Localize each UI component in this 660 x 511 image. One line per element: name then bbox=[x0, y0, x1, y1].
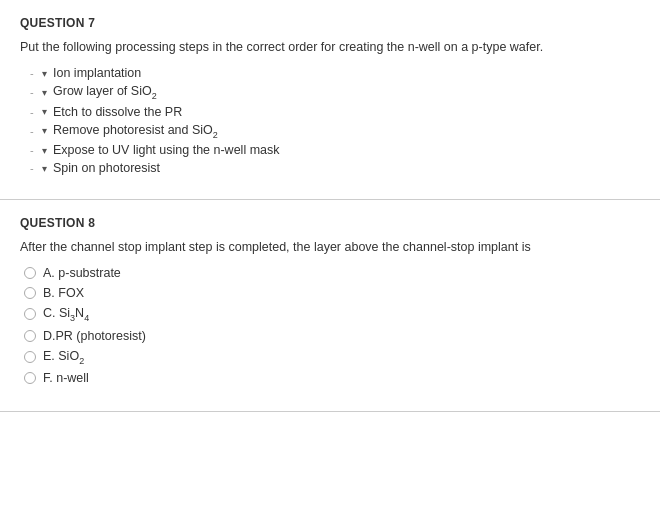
drag-arrow-icon: ▾ bbox=[42, 125, 47, 136]
dash-handle: - bbox=[30, 144, 38, 156]
radio-option-a[interactable]: A. p-substrate bbox=[24, 266, 640, 280]
radio-option-d[interactable]: D.PR (photoresist) bbox=[24, 329, 640, 343]
question-8-block: QUESTION 8 After the channel stop implan… bbox=[0, 200, 660, 412]
radio-button[interactable] bbox=[24, 372, 36, 384]
item-text: Remove photoresist and SiO2 bbox=[53, 123, 218, 140]
drag-arrow-icon: ▾ bbox=[42, 68, 47, 79]
radio-option-e[interactable]: E. SiO2 bbox=[24, 349, 640, 366]
drag-arrow-icon: ▾ bbox=[42, 87, 47, 98]
item-text: Expose to UV light using the n-well mask bbox=[53, 143, 280, 157]
drag-arrow-icon: ▾ bbox=[42, 163, 47, 174]
radio-button[interactable] bbox=[24, 351, 36, 363]
drag-arrow-icon: ▾ bbox=[42, 145, 47, 156]
question-7-text: Put the following processing steps in th… bbox=[20, 40, 640, 54]
option-text: D.PR (photoresist) bbox=[43, 329, 146, 343]
question-7-block: QUESTION 7 Put the following processing … bbox=[0, 0, 660, 200]
item-text: Etch to dissolve the PR bbox=[53, 105, 182, 119]
list-item[interactable]: - ▾ Grow layer of SiO2 bbox=[30, 84, 640, 101]
option-text: B. FOX bbox=[43, 286, 84, 300]
dash-handle: - bbox=[30, 106, 38, 118]
radio-option-b[interactable]: B. FOX bbox=[24, 286, 640, 300]
list-item[interactable]: - ▾ Etch to dissolve the PR bbox=[30, 105, 640, 119]
radio-button[interactable] bbox=[24, 308, 36, 320]
list-item[interactable]: - ▾ Ion implantation bbox=[30, 66, 640, 80]
item-text: Grow layer of SiO2 bbox=[53, 84, 157, 101]
dash-handle: - bbox=[30, 86, 38, 98]
item-text: Spin on photoresist bbox=[53, 161, 160, 175]
radio-button[interactable] bbox=[24, 287, 36, 299]
list-item[interactable]: - ▾ Remove photoresist and SiO2 bbox=[30, 123, 640, 140]
radio-option-f[interactable]: F. n-well bbox=[24, 371, 640, 385]
option-text: F. n-well bbox=[43, 371, 89, 385]
option-text: E. SiO2 bbox=[43, 349, 84, 366]
dash-handle: - bbox=[30, 67, 38, 79]
radio-button[interactable] bbox=[24, 330, 36, 342]
dash-handle: - bbox=[30, 125, 38, 137]
radio-button[interactable] bbox=[24, 267, 36, 279]
option-text: C. Si3N4 bbox=[43, 306, 89, 323]
dash-handle: - bbox=[30, 162, 38, 174]
question-8-text: After the channel stop implant step is c… bbox=[20, 240, 640, 254]
list-item[interactable]: - ▾ Expose to UV light using the n-well … bbox=[30, 143, 640, 157]
drag-list: - ▾ Ion implantation - ▾ Grow layer of S… bbox=[30, 66, 640, 175]
question-7-label: QUESTION 7 bbox=[20, 16, 640, 30]
question-8-label: QUESTION 8 bbox=[20, 216, 640, 230]
item-text: Ion implantation bbox=[53, 66, 141, 80]
drag-arrow-icon: ▾ bbox=[42, 106, 47, 117]
option-text: A. p-substrate bbox=[43, 266, 121, 280]
radio-option-c[interactable]: C. Si3N4 bbox=[24, 306, 640, 323]
radio-list: A. p-substrate B. FOX C. Si3N4 D.PR (pho… bbox=[24, 266, 640, 385]
list-item[interactable]: - ▾ Spin on photoresist bbox=[30, 161, 640, 175]
